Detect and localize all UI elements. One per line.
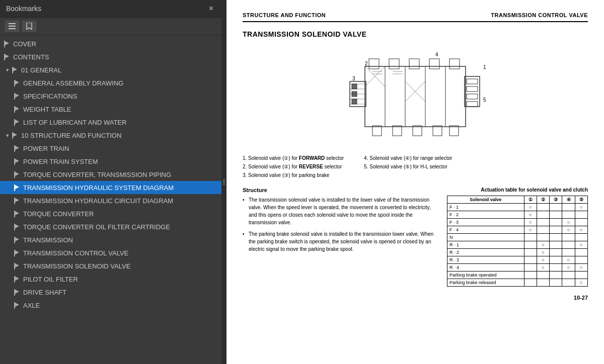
table-cell-value	[550, 256, 562, 264]
chevron-down-icon: ▾	[4, 132, 11, 139]
table-cell-value: ○	[562, 264, 575, 271]
table-cell-value	[575, 249, 587, 256]
structure-bullet-1: The transmission solenoid valve is insta…	[243, 196, 435, 226]
bookmark-torque-converter-filter[interactable]: TORQUE CONVERTER OIL FILTER CARTRIDGE	[0, 220, 221, 233]
bookmark-general-assembly[interactable]: GENERAL ASSEMBLY DRAWING	[0, 76, 221, 89]
svg-rect-13	[409, 59, 419, 69]
bookmark-flag-icon	[14, 119, 20, 126]
svg-text:5: 5	[483, 97, 486, 103]
svg-rect-12	[389, 59, 399, 69]
table-cell-value	[550, 219, 562, 226]
table-cell-value	[575, 271, 587, 279]
actuation-table-body: F · 1○○F · 2○F · 3○○F · 4○○○NR · 1○○R · …	[447, 204, 588, 287]
bookmark-flag-icon	[14, 171, 20, 178]
main-content: STRUCTURE AND FUNCTION TRANSMISSION CONT…	[226, 0, 604, 364]
bookmark-cover[interactable]: COVER	[0, 37, 221, 50]
toolbar-bookmark-button[interactable]	[22, 21, 36, 32]
table-cell-value	[524, 249, 537, 256]
table-cell-value: ○	[562, 226, 575, 234]
table-cell-value	[537, 234, 549, 241]
table-cell-value: ○	[537, 264, 549, 271]
bookmark-flag-icon	[14, 210, 20, 217]
table-cell-value: ○	[524, 226, 537, 234]
actuation-table-title: Actuation table for solenoid valve and c…	[447, 187, 588, 193]
bookmark-specifications[interactable]: SPECIFICATIONS	[0, 89, 221, 103]
bookmark-group-10-structure[interactable]: ▾ 10 STRUCTURE AND FUNCTION	[0, 129, 221, 142]
table-cell-value	[575, 211, 587, 219]
label-4: 4. Solenoid valve (④) for range selector	[364, 155, 452, 162]
structure-text: Structure The transmission solenoid valv…	[243, 187, 435, 287]
bookmark-pilot-oil-filter[interactable]: PILOT OIL FILTER	[0, 272, 221, 286]
bookmark-group-01-general[interactable]: ▾ 01 GENERAL	[0, 63, 221, 76]
sidebar-content[interactable]: COVER CONTENTS ▾ 01 GENERAL GENERAL ASSE…	[0, 35, 221, 364]
bookmark-axle[interactable]: AXLE	[0, 299, 221, 312]
structure-heading: Structure	[243, 187, 435, 193]
svg-rect-24	[352, 99, 357, 104]
svg-text:4: 4	[435, 52, 438, 57]
table-cell-value	[537, 271, 549, 279]
bookmark-drive-shaft[interactable]: DRIVE SHAFT	[0, 286, 221, 299]
table-cell-value	[550, 279, 562, 287]
table-row: F · 3○○	[447, 219, 588, 226]
table-cell-value	[524, 234, 537, 241]
table-cell-label: F · 1	[447, 204, 524, 211]
table-cell-value: ○	[575, 264, 587, 271]
table-cell-value	[562, 241, 575, 249]
resize-handle[interactable]	[221, 0, 226, 364]
bookmark-weight-table[interactable]: WEIGHT TABLE	[0, 103, 221, 116]
table-cell-value: ○	[537, 241, 549, 249]
table-row: N	[447, 234, 588, 241]
page-number: 10-27	[243, 295, 588, 301]
table-header-solenoid: Solenoid valve	[447, 196, 524, 204]
bookmark-contents[interactable]: CONTENTS	[0, 50, 221, 63]
bookmark-torque-converter-piping[interactable]: TORQUE CONVERTER, TRANSMISSION PIPING	[0, 168, 221, 181]
svg-rect-25	[372, 126, 382, 136]
bookmark-transmission-solenoid-valve[interactable]: TRANSMISSION SOLENOID VALVE	[0, 259, 221, 272]
sidebar: Bookmarks × COVER CONTENTS ▾ 01 GENERAL …	[0, 0, 221, 364]
table-cell-value	[575, 219, 587, 226]
svg-rect-28	[433, 126, 442, 136]
bookmark-flag-icon	[14, 276, 20, 283]
bookmark-flag-icon	[14, 145, 20, 152]
bookmark-power-train-system[interactable]: POWER TRAIN SYSTEM	[0, 155, 221, 168]
table-row: R · 4○○○	[447, 264, 588, 271]
toolbar-menu-button[interactable]	[5, 21, 19, 32]
structure-section: Structure The transmission solenoid valv…	[243, 187, 588, 287]
bookmark-flag-icon	[12, 132, 18, 139]
bookmark-flag-icon	[14, 262, 20, 269]
svg-point-3	[223, 179, 225, 181]
svg-rect-18	[467, 86, 478, 92]
table-cell-value	[575, 256, 587, 264]
bookmark-power-train[interactable]: POWER TRAIN	[0, 142, 221, 155]
bookmark-flag-icon	[12, 66, 18, 73]
table-cell-value	[537, 226, 549, 234]
table-row: Parking brake released○	[447, 279, 588, 287]
header-right-text: TRANSMISSION CONTROL VALVE	[491, 12, 588, 18]
table-cell-value	[524, 264, 537, 271]
table-cell-value	[562, 271, 575, 279]
bookmark-flag-icon	[14, 223, 20, 230]
svg-point-5	[223, 184, 225, 185]
bookmark-flag-icon	[14, 184, 20, 191]
bookmark-flag-icon	[14, 197, 20, 204]
bookmark-flag-icon	[14, 93, 20, 100]
sidebar-close-button[interactable]: ×	[207, 4, 215, 13]
bookmark-transmission[interactable]: TRANSMISSION	[0, 233, 221, 246]
table-row: F · 1○○	[447, 204, 588, 211]
bookmark-torque-converter[interactable]: TORQUE CONVERTER	[0, 207, 221, 220]
bookmark-transmission-hydraulic-circuit[interactable]: TRANSMISSION HYDRAULIC CIRCUIT DIAGRAM	[0, 194, 221, 207]
table-header-3: ③	[550, 196, 562, 204]
sidebar-toolbar	[0, 18, 221, 35]
table-cell-value: ○	[524, 204, 537, 211]
svg-rect-6	[365, 66, 466, 127]
svg-rect-29	[449, 126, 459, 136]
bookmark-lubricant[interactable]: LIST OF LUBRICANT AND WATER	[0, 116, 221, 129]
table-header-4: ④	[562, 196, 575, 204]
bookmark-transmission-control-valve[interactable]: TRANSMISSION CONTROL VALVE	[0, 246, 221, 259]
svg-rect-2	[9, 28, 16, 29]
table-cell-value	[550, 264, 562, 271]
table-cell-value	[524, 279, 537, 287]
bookmark-transmission-hydraulic-system[interactable]: TRANSMISSION HYDRAULIC SYSTEM DIAGRAM	[0, 181, 221, 194]
header-left-text: STRUCTURE AND FUNCTION	[243, 12, 326, 18]
diagram-labels-left: 1. Solenoid valve (①) for FORWARD select…	[243, 155, 344, 179]
